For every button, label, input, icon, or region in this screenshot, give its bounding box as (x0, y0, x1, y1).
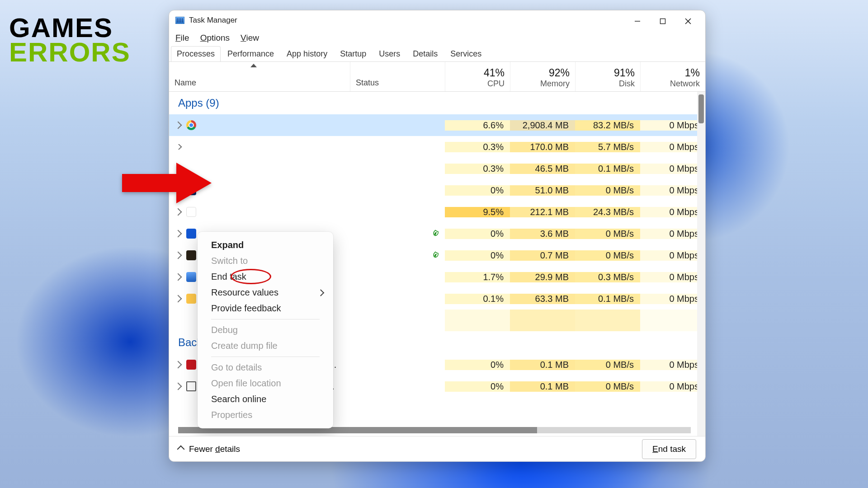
scrollbar-thumb[interactable] (698, 94, 704, 123)
column-header-name[interactable]: Name (169, 62, 350, 91)
task-manager-window: Task Manager File Options View File Opti… (169, 10, 706, 462)
memory-label: Memory (540, 79, 570, 89)
cell-cpu: 1.7% (445, 272, 510, 282)
maximize-button[interactable] (650, 13, 675, 29)
cell-memory: 29.9 MB (510, 272, 575, 282)
network-label: Network (670, 79, 700, 89)
titlebar: Task Manager (169, 10, 705, 30)
menu-view[interactable]: View (241, 33, 259, 43)
menu-options[interactable]: Options (200, 33, 230, 43)
cell-disk: 0 MB/s (575, 229, 640, 239)
close-button[interactable] (675, 13, 701, 29)
svg-marker-0 (122, 163, 212, 203)
process-row[interactable]: 0.3% 170.0 MB 5.7 MB/s 0 Mbps (169, 136, 705, 158)
ctx-separator (211, 319, 320, 319)
tab-details[interactable]: Details (407, 46, 443, 61)
process-list: Apps (9) 6.6% 2,908.4 MB 83.2 MB/s 0 Mbp… (169, 92, 705, 436)
cell-memory: 51.0 MB (510, 185, 575, 196)
svg-rect-2 (660, 19, 665, 24)
app-icon (175, 17, 184, 24)
footer: Fewer details Fewer details End task End… (169, 436, 705, 461)
ctx-provide-feedback[interactable]: Provide feedback (198, 300, 333, 316)
column-header-status[interactable]: Status (350, 62, 445, 91)
tab-performance[interactable]: Performance (222, 46, 280, 61)
expand-chevron-icon[interactable] (175, 122, 182, 129)
minimize-button[interactable] (625, 13, 650, 29)
tab-app-history[interactable]: App history (281, 46, 333, 61)
expand-chevron-icon[interactable] (175, 230, 182, 238)
column-status-label: Status (356, 78, 439, 88)
app-icon (186, 229, 196, 239)
process-row[interactable]: 9.5% 212.1 MB 24.3 MB/s 0 Mbps (169, 201, 705, 223)
cell-disk: 0.1 MB/s (575, 164, 640, 174)
cell-cpu: 9.5% (445, 207, 510, 217)
cell-memory: 3.6 MB (510, 229, 575, 239)
cell-disk: 24.3 MB/s (575, 207, 640, 217)
cell-network: 0 Mbps (640, 360, 705, 370)
slack-icon (186, 207, 196, 217)
tab-startup[interactable]: Startup (334, 46, 372, 61)
logo-line-1: GAMES (9, 16, 131, 40)
expand-chevron-icon[interactable] (175, 208, 182, 216)
ctx-search-online[interactable]: Search online (198, 391, 333, 407)
cell-disk: 0 MB/s (575, 381, 640, 392)
cell-disk: 83.2 MB/s (575, 120, 640, 131)
cell-memory: 2,908.4 MB (510, 120, 575, 131)
process-row[interactable]: 6.6% 2,908.4 MB 83.2 MB/s 0 Mbps (169, 114, 705, 136)
cell-disk: 0 MB/s (575, 185, 640, 196)
process-row[interactable]: 0% 51.0 MB 0 MB/s 0 Mbps (169, 179, 705, 201)
column-header-network[interactable]: 1% Network (640, 62, 705, 91)
ctx-create-dump: Create dump file (198, 338, 333, 354)
tab-processes[interactable]: Processes (171, 46, 221, 61)
column-header-cpu[interactable]: 41% CPU (445, 62, 510, 91)
cell-cpu: 0% (445, 250, 510, 261)
cell-network: 0 Mbps (640, 381, 705, 392)
expand-chevron-icon[interactable] (175, 252, 182, 259)
cell-disk: 0.3 MB/s (575, 272, 640, 282)
cell-cpu: 0% (445, 229, 510, 239)
column-header-disk[interactable]: 91% Disk (575, 62, 640, 91)
cell-cpu: 0.3% (445, 142, 510, 152)
eco-leaf-icon (431, 230, 439, 238)
chevron-up-icon (177, 445, 185, 453)
tab-services[interactable]: Services (444, 46, 487, 61)
cell-network: 0 Mbps (640, 272, 705, 282)
app-icon (186, 250, 196, 260)
column-header-memory[interactable]: 92% Memory (510, 62, 575, 91)
expand-chevron-icon[interactable] (175, 144, 182, 150)
end-task-button[interactable]: End task End task (642, 439, 696, 459)
cell-network: 0 Mbps (640, 120, 705, 131)
logo-line-2: ERRORS (9, 40, 131, 65)
cell-cpu: 0% (445, 360, 510, 370)
expand-chevron-icon[interactable] (175, 273, 182, 281)
expand-chevron-icon[interactable] (175, 295, 182, 303)
ctx-resource-values[interactable]: Resource values (198, 285, 333, 300)
cell-network: 0 Mbps (640, 250, 705, 261)
cpu-total-percent: 41% (484, 67, 505, 79)
synaptics-icon (186, 360, 196, 370)
expand-chevron-icon[interactable] (175, 361, 182, 369)
ctx-expand[interactable]: Expand (198, 237, 333, 253)
process-row[interactable]: 0.3% 46.5 MB 0.1 MB/s 0 Mbps (169, 158, 705, 179)
tab-users[interactable]: Users (373, 46, 406, 61)
column-header-row: Name Status 41% CPU 92% Memory 91% Disk … (169, 62, 705, 92)
chrome-icon (186, 120, 196, 130)
cell-cpu: 6.6% (445, 120, 510, 131)
ctx-switch-to: Switch to (198, 253, 333, 269)
network-total-percent: 1% (685, 67, 700, 79)
fewer-details-toggle[interactable]: Fewer details Fewer details (178, 444, 240, 454)
ctx-open-file-location: Open file location (198, 375, 333, 391)
menu-file[interactable]: File (175, 33, 189, 43)
group-header-apps[interactable]: Apps (9) (169, 92, 705, 114)
annotation-circle (231, 269, 271, 284)
annotation-arrow (122, 160, 212, 206)
tab-strip: Processes Performance App history Startu… (169, 46, 705, 62)
expand-chevron-icon[interactable] (175, 383, 182, 390)
disk-label: Disk (619, 79, 635, 89)
vertical-scrollbar[interactable] (697, 92, 705, 436)
games-errors-logo: GAMES ERRORS (9, 16, 131, 65)
cell-cpu: 0% (445, 185, 510, 196)
cpu-label: CPU (487, 79, 505, 89)
eco-leaf-icon (431, 251, 439, 259)
ctx-properties: Properties (198, 407, 333, 423)
